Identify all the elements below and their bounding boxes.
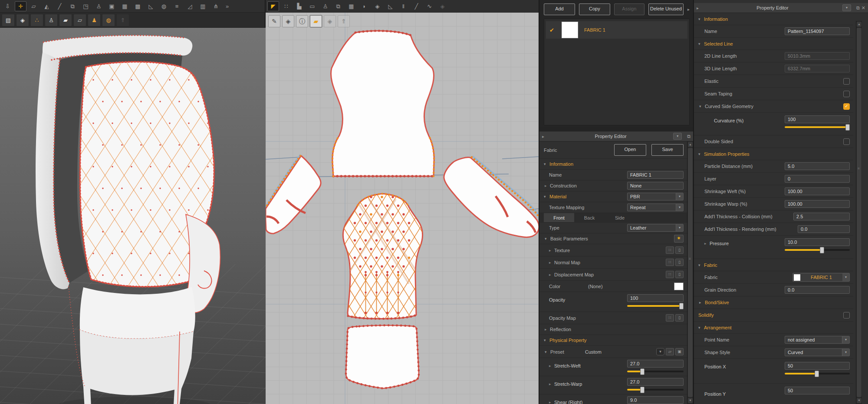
fabric-name-input[interactable] bbox=[627, 171, 684, 179]
fabric-check-icon[interactable]: ✔ bbox=[549, 27, 562, 33]
section-bond-skive[interactable]: ▸Bond/Skive bbox=[694, 296, 853, 309]
scrollbar-thumb[interactable] bbox=[688, 148, 693, 397]
texture-clear-icon[interactable]: ▯ bbox=[675, 246, 684, 254]
zipper-tool[interactable]: ≡ bbox=[171, 1, 183, 11]
row-reflection[interactable]: ▸Reflection bbox=[539, 324, 687, 335]
avatar-skin-toggle[interactable]: ♟ bbox=[88, 14, 101, 26]
stretch-weft-input[interactable] bbox=[627, 360, 684, 368]
layer-clone-tool[interactable]: ▩ bbox=[132, 1, 144, 11]
section-information-right[interactable]: ▾Information bbox=[694, 13, 853, 25]
stretch-warp-slider[interactable] bbox=[627, 389, 684, 391]
shirt-display-tool[interactable]: ◈ bbox=[437, 1, 448, 11]
tab-side[interactable]: Side bbox=[605, 213, 635, 222]
drape-tool[interactable]: ◺ bbox=[145, 1, 157, 11]
polygon-tool[interactable]: ▙ bbox=[293, 1, 305, 11]
preset-save-icon[interactable]: ▣ bbox=[675, 348, 684, 355]
open-button[interactable]: Open bbox=[614, 144, 646, 156]
scroll-up-icon[interactable]: ▲ bbox=[688, 142, 693, 147]
double-sided-checkbox[interactable] bbox=[843, 138, 850, 145]
assign-fabric-button[interactable]: Assign bbox=[614, 3, 644, 15]
popout-window-icon[interactable]: ⧉ bbox=[687, 134, 690, 139]
garment-tool[interactable]: ◭ bbox=[41, 1, 53, 11]
scroll-up-icon-right[interactable]: ▲ bbox=[857, 22, 861, 27]
save-button[interactable]: Save bbox=[651, 144, 684, 156]
displacement-clear-icon[interactable]: ▯ bbox=[675, 271, 684, 278]
fabric-swatch[interactable] bbox=[562, 22, 578, 38]
curved-side-checkbox[interactable]: ✓ bbox=[843, 103, 850, 110]
shrinkage-warp-input[interactable] bbox=[785, 200, 850, 208]
undo-arrow-tool[interactable]: ⇩ bbox=[2, 1, 13, 11]
seam-taping-checkbox[interactable] bbox=[843, 91, 850, 97]
surface-texture-toggle[interactable]: ▧ bbox=[2, 14, 15, 26]
displacement-browse-icon[interactable]: ∷ bbox=[666, 271, 674, 278]
solidify-checkbox[interactable] bbox=[843, 312, 850, 319]
grid-pattern-tool[interactable]: ▦ bbox=[345, 1, 357, 11]
opacity-slider[interactable] bbox=[627, 305, 684, 307]
close-panel-icon[interactable]: ✕ bbox=[861, 5, 865, 11]
pleat-tool[interactable]: ⋔ bbox=[210, 1, 222, 11]
show-stylus-toggle[interactable]: ✎ bbox=[268, 15, 280, 27]
wire-sphere-tool[interactable]: ◍ bbox=[158, 1, 170, 11]
section-selected-line[interactable]: ▾Selected Line bbox=[694, 38, 853, 50]
flatten-tool[interactable]: ◿ bbox=[184, 1, 196, 11]
popout-window-icon-right[interactable]: ⧉ bbox=[856, 5, 860, 11]
avatar-tool[interactable]: ♙ bbox=[93, 1, 105, 11]
rectangle-tool[interactable]: ▭ bbox=[306, 1, 318, 11]
position-y-input[interactable] bbox=[785, 387, 850, 394]
fabric-list-item[interactable]: ✔ FABRIC 1 bbox=[546, 21, 687, 39]
color-swatch[interactable] bbox=[674, 282, 684, 290]
surface-type-dropdown[interactable]: Leather▾ bbox=[627, 224, 684, 232]
garment-show-toggle[interactable]: ◈ bbox=[16, 14, 29, 26]
show-info-toggle[interactable]: ⓘ bbox=[296, 15, 308, 27]
edit-pattern-tool[interactable]: ▱ bbox=[28, 1, 39, 11]
paste-pattern-tool[interactable]: ⧉ bbox=[332, 1, 344, 11]
preset-open-icon[interactable]: ▱ bbox=[666, 348, 674, 355]
pin-tool[interactable]: ╱ bbox=[54, 1, 66, 11]
opacity-map-clear-icon[interactable]: ▯ bbox=[675, 314, 684, 322]
pressure-input[interactable] bbox=[785, 238, 850, 246]
drape-2d-tool[interactable]: ◺ bbox=[385, 1, 396, 11]
delete-unused-button[interactable]: Delete Unused bbox=[648, 3, 684, 15]
pressure-slider[interactable] bbox=[785, 249, 850, 251]
sewing-machine-tool[interactable]: ▣ bbox=[106, 1, 118, 11]
transform-pattern-tool[interactable]: ◤ bbox=[267, 1, 279, 11]
editor-menu-dropdown-right[interactable]: ▾ bbox=[842, 4, 851, 11]
2d-pattern-canvas[interactable]: ✎◈ⓘ▰◈⇑ bbox=[266, 13, 539, 404]
pattern-avatar-tool[interactable]: ♙ bbox=[319, 1, 331, 11]
edit-point-tool[interactable]: ∷ bbox=[280, 1, 292, 11]
arrangement-points-toggle[interactable]: ⇑ bbox=[116, 14, 129, 26]
pattern-seat[interactable] bbox=[346, 325, 419, 388]
section-fabric[interactable]: ▾Fabric bbox=[694, 259, 853, 271]
position-x-input[interactable] bbox=[785, 362, 850, 370]
lock-garment-toggle[interactable]: ◈ bbox=[324, 15, 336, 27]
avatar-show-toggle[interactable]: ♙ bbox=[45, 14, 58, 26]
sync-pause-tool[interactable]: ‖ bbox=[398, 1, 409, 11]
section-arrangement[interactable]: ▾Arrangement bbox=[694, 322, 853, 334]
particle-distance-input[interactable] bbox=[785, 162, 850, 170]
particle-view-toggle[interactable]: ∴ bbox=[30, 14, 43, 26]
tab-back[interactable]: Back bbox=[574, 213, 605, 222]
garment-2d-tool[interactable]: ◈ bbox=[372, 1, 383, 11]
measure-tool[interactable]: ∿ bbox=[424, 1, 435, 11]
section-information[interactable]: ▾Information bbox=[539, 159, 687, 170]
editor-menu-dropdown[interactable]: ▾ bbox=[673, 133, 682, 140]
scroll-down-icon[interactable]: ▼ bbox=[688, 398, 693, 403]
section-basic-parameters[interactable]: ▾Basic Parameters ✶ bbox=[539, 233, 687, 244]
3d-viewport-canvas[interactable] bbox=[0, 28, 265, 404]
pattern-editor-scrollbar[interactable]: ▲ ≡ ▼ bbox=[856, 21, 862, 404]
curvature-input[interactable] bbox=[785, 115, 850, 123]
construction-input[interactable] bbox=[627, 182, 684, 190]
thickness-rendering-input[interactable] bbox=[798, 225, 850, 233]
normal-browse-icon[interactable]: ∷ bbox=[666, 259, 674, 266]
curvature-slider[interactable] bbox=[785, 126, 850, 128]
fabric-strip-tool[interactable]: ▥ bbox=[197, 1, 209, 11]
panel-collapse-icon[interactable]: ▸ bbox=[542, 134, 548, 139]
fabric-select-dropdown[interactable]: FABRIC 1 ▾ bbox=[792, 273, 850, 282]
magic-wand-icon[interactable]: ✶ bbox=[674, 235, 684, 243]
texture-mapping-dropdown[interactable]: Repeat▾ bbox=[627, 204, 684, 211]
grain-direction-input[interactable] bbox=[785, 286, 850, 294]
fabric-view-toggle[interactable]: ▰ bbox=[310, 15, 322, 27]
position-x-slider[interactable] bbox=[785, 373, 850, 374]
pattern-name-input[interactable] bbox=[785, 27, 850, 35]
panel-collapse-icon-right[interactable]: ▸ bbox=[697, 6, 703, 10]
